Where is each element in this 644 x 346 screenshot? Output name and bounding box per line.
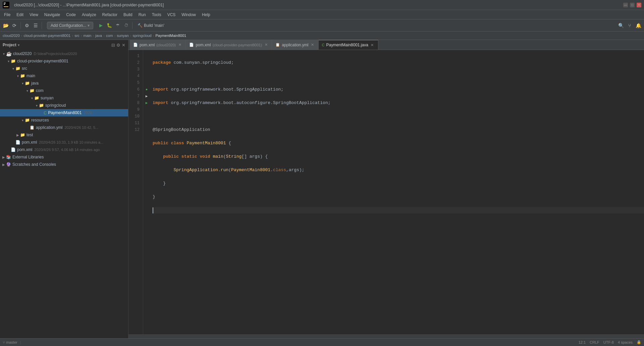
debug-button[interactable]: 🐛	[106, 22, 113, 29]
toolbar-separator-2	[42, 22, 42, 29]
tree-item-appyml[interactable]: 📋 application.yml 2020/4/26 10:42, 5...	[0, 124, 128, 131]
tree-item-paymentmain8001[interactable]: C PaymentMain8001 2020	[0, 109, 128, 116]
tree-item-java[interactable]: ▾ 📁 java	[0, 80, 128, 87]
menu-tools[interactable]: Tools	[149, 11, 164, 18]
sync-icon[interactable]: ⟳	[11, 22, 18, 29]
notifications-icon[interactable]: 🔔	[635, 22, 642, 29]
tree-item-external-libs[interactable]: ▶ 📚 External Libraries	[0, 153, 128, 161]
open-folder-icon[interactable]: 📂	[2, 22, 9, 29]
tree-item-scratches[interactable]: ▶ 🔮 Scratches and Consoles	[0, 161, 128, 168]
tab-appyml[interactable]: 📋 application.yml ✕	[272, 40, 318, 50]
tree-label-com: com	[36, 88, 44, 93]
build-main-button[interactable]: 🔨 Build 'main'	[135, 22, 167, 29]
add-configuration-button[interactable]: Add Configuration... ▾	[47, 22, 93, 29]
title-bar: cloud2020 [...\cloud2020] - ...\PaymentM…	[0, 0, 644, 10]
tab-close-pom-cloud2020[interactable]: ✕	[177, 43, 182, 47]
tree-item-sunyan[interactable]: ▾ 📁 sunyan	[0, 94, 128, 102]
breadcrumb-springcloud[interactable]: springcloud	[132, 34, 151, 38]
breadcrumb-paymentmain[interactable]: PaymentMain8001	[155, 34, 186, 38]
profile-button[interactable]: ⏱	[122, 22, 130, 29]
tree-item-com[interactable]: ▾ 📁 com	[0, 87, 128, 94]
tree-item-pom-module[interactable]: 📄 pom.xml 2020/4/26 10:33, 1.9 kB 10 min…	[0, 139, 128, 146]
code-line-6: @SpringBootApplication	[153, 127, 644, 133]
view-options-icon[interactable]: ☰	[32, 22, 39, 29]
menu-run[interactable]: Run	[136, 11, 149, 18]
breadcrumb-java[interactable]: java	[95, 34, 102, 38]
code-line-7: public class PaymentMain8001 {	[153, 140, 644, 147]
breadcrumb-module[interactable]: cloud-provider-payment8001	[23, 34, 70, 38]
editor-area: 📄 pom.xml (cloud2020) ✕ 📄 pom.xml (cloud…	[128, 40, 644, 338]
code-line-11: }	[153, 194, 644, 200]
gutter-10	[143, 113, 150, 120]
code-line-10: }	[153, 180, 644, 187]
sidebar-tree: ▾ ☕ cloud2020 D:\IdeaProjects\cloud2020 …	[0, 50, 128, 338]
tab-pom-icon-1: 📄	[133, 43, 138, 47]
menu-refactor[interactable]: Refactor	[100, 11, 120, 18]
settings-icon[interactable]: ⚙	[23, 22, 31, 29]
title-bar-left: cloud2020 [...\cloud2020] - ...\PaymentM…	[3, 2, 164, 8]
tree-item-main[interactable]: ▾ 📁 main	[0, 72, 128, 80]
sidebar-settings-icon[interactable]: ⚙	[116, 43, 120, 48]
tab-pom-cloud2020[interactable]: 📄 pom.xml (cloud2020) ✕	[130, 40, 186, 50]
tree-item-test[interactable]: ▶ 📁 test	[0, 131, 128, 139]
breadcrumb-cloud2020[interactable]: cloud2020	[3, 34, 20, 38]
code-content[interactable]: package com.sunyan.springcloud; import o…	[150, 50, 644, 334]
menu-help[interactable]: Help	[199, 11, 213, 18]
code-container[interactable]: 1 2 3 4 5 6 7 8 9 10 11 12	[128, 50, 644, 334]
tab-close-java[interactable]: ✕	[370, 43, 375, 47]
tree-label-module: cloud-provider-payment8001	[17, 59, 68, 63]
menu-file[interactable]: File	[1, 11, 13, 18]
tree-item-springcloud[interactable]: ▾ 📁 springcloud	[0, 102, 128, 109]
tree-item-cloud2020[interactable]: ▾ ☕ cloud2020 D:\IdeaProjects\cloud2020	[0, 50, 128, 57]
tab-paymentmain[interactable]: C PaymentMain8001.java ✕	[319, 40, 378, 50]
breadcrumb-sep-5: ›	[103, 34, 105, 38]
indent-info[interactable]: 4 spaces	[618, 340, 633, 344]
menu-edit[interactable]: Edit	[14, 11, 26, 18]
close-button[interactable]: ✕	[637, 3, 641, 7]
tree-arrow-scratches: ▶	[1, 163, 6, 166]
tree-item-resources[interactable]: ▾ 📁 resources	[0, 116, 128, 124]
tab-pom-label-2: pom.xml	[196, 43, 211, 47]
tree-item-module[interactable]: ▾ 📁 cloud-provider-payment8001	[0, 57, 128, 65]
menu-view[interactable]: View	[27, 11, 41, 18]
menu-window[interactable]: Window	[179, 11, 199, 18]
tree-item-src[interactable]: ▾ 📁 src	[0, 65, 128, 72]
sidebar-title: Project	[3, 43, 16, 47]
tab-close-pom-module[interactable]: ✕	[264, 43, 268, 47]
sidebar-collapse-icon[interactable]: ⊟	[111, 43, 115, 48]
run-button[interactable]: ▶	[97, 22, 105, 29]
breadcrumb-com[interactable]: com	[106, 34, 113, 38]
sidebar-close-icon[interactable]: ✕	[122, 43, 125, 48]
menu-navigate[interactable]: Navigate	[42, 11, 63, 18]
line-ending[interactable]: CRLF	[590, 340, 599, 344]
breadcrumb-src[interactable]: src	[74, 34, 79, 38]
tab-pom-module[interactable]: 📄 pom.xml (cloud-provider-payment8001) ✕	[186, 40, 272, 50]
horizontal-scrollbar[interactable]	[128, 334, 644, 338]
menu-analyze[interactable]: Analyze	[79, 11, 99, 18]
maximize-button[interactable]: □	[630, 3, 635, 7]
tree-arrow-resources: ▾	[20, 118, 25, 122]
minimize-button[interactable]: —	[623, 3, 628, 7]
coverage-button[interactable]: ☂	[114, 22, 121, 29]
tree-item-pom-root[interactable]: 📄 pom.xml 2020/4/26 9:57, 4.06 kB 14 min…	[0, 146, 128, 153]
cursor-position[interactable]: 12:1	[579, 340, 586, 344]
encoding[interactable]: UTF-8	[603, 340, 614, 344]
tab-close-yaml[interactable]: ✕	[310, 43, 315, 47]
breadcrumb-main[interactable]: main	[84, 34, 92, 38]
git-icon[interactable]: ⑂	[626, 22, 633, 29]
gutter-1	[143, 53, 150, 59]
tab-pom-label-1: pom.xml	[140, 43, 155, 47]
code-line-3: import org.springframework.boot.SpringAp…	[153, 86, 644, 93]
sidebar-dropdown-icon[interactable]: ▾	[18, 43, 20, 47]
search-everywhere-icon[interactable]: 🔍	[617, 22, 625, 29]
menu-build[interactable]: Build	[121, 11, 135, 18]
status-separator: |	[20, 340, 21, 344]
breadcrumb-sunyan[interactable]: sunyan	[117, 34, 128, 38]
menu-vcs[interactable]: VCS	[165, 11, 178, 18]
tree-label-cloud2020: cloud2020	[13, 51, 32, 56]
menu-code[interactable]: Code	[63, 11, 78, 18]
tree-arrow-external: ▶	[1, 155, 6, 159]
status-git[interactable]: ⑂ master	[3, 340, 17, 344]
tree-label-resources: resources	[31, 118, 49, 122]
svg-rect-2	[4, 4, 5, 5]
